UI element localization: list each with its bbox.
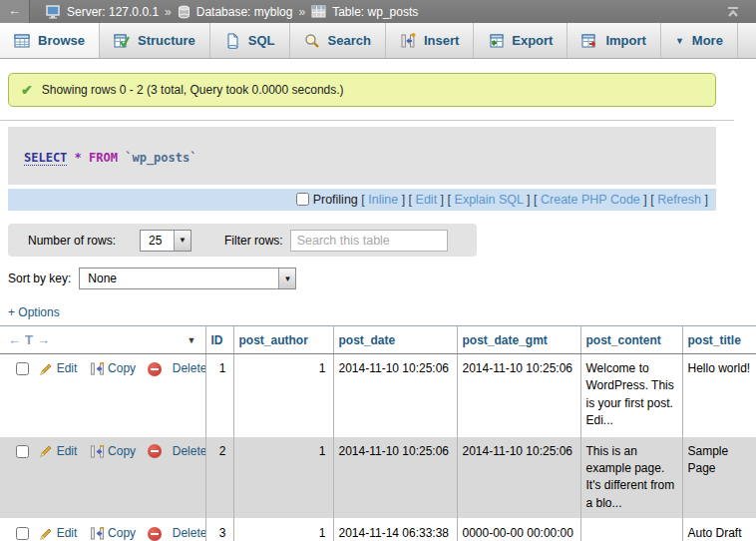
query-box: SELECT * FROM `wp_posts` Profiling [ Inl… xyxy=(8,127,716,211)
column-header-post-date[interactable]: post_date xyxy=(333,326,457,354)
tab-search[interactable]: Search xyxy=(290,23,386,58)
tab-label: Browse xyxy=(38,33,85,48)
select-arrow-icon: ▼ xyxy=(278,269,295,288)
pencil-icon[interactable] xyxy=(39,527,53,541)
copy-link[interactable]: Copy xyxy=(108,361,136,375)
cell-id: 2 xyxy=(205,436,233,519)
tab-label: Insert xyxy=(424,33,459,48)
column-actions-header[interactable]: ←T→ ▼ xyxy=(0,326,205,354)
tab-label: Structure xyxy=(138,33,195,48)
row-actions-cell: Edit Copy Delete xyxy=(0,436,205,519)
sort-key-value: None xyxy=(80,269,278,288)
bracket: ] xyxy=(527,193,530,207)
sql-keyword-select[interactable]: SELECT xyxy=(24,151,67,166)
refresh-link[interactable]: Refresh xyxy=(657,193,701,207)
column-header-post-content[interactable]: post_content xyxy=(580,326,682,354)
column-header-post-date-gmt[interactable]: post_date_gmt xyxy=(457,326,580,354)
column-marker-tee-icon[interactable]: T xyxy=(22,332,34,347)
delete-link[interactable]: Delete xyxy=(173,361,205,375)
tab-label: SQL xyxy=(248,33,275,48)
sort-arrow-icon[interactable]: ▼ xyxy=(188,335,196,345)
cell-post-author: 1 xyxy=(233,354,333,437)
cell-post-author: 1 xyxy=(233,519,333,541)
column-header-post-author[interactable]: post_author xyxy=(233,326,333,354)
breadcrumb-separator: » xyxy=(298,5,305,19)
pencil-icon[interactable] xyxy=(39,362,53,376)
column-marker-right-icon[interactable]: → xyxy=(34,332,51,347)
collapse-icon[interactable] xyxy=(726,5,740,18)
delete-link[interactable]: Delete xyxy=(173,444,205,458)
cell-post-title: Auto Draft xyxy=(682,519,756,541)
filter-label: Filter rows: xyxy=(224,234,283,248)
delete-link[interactable]: Delete xyxy=(173,526,205,540)
delete-icon[interactable] xyxy=(148,527,162,541)
edit-link[interactable]: Edit xyxy=(57,526,78,540)
edit-query-link[interactable]: Edit xyxy=(416,193,438,207)
rows-per-page-value: 25 xyxy=(141,231,174,251)
row-controls-bar: Number of rows: 25 ▼ Filter rows: xyxy=(8,224,477,257)
delete-icon[interactable] xyxy=(148,444,162,458)
bracket: [ xyxy=(534,193,537,207)
rows-per-page-select[interactable]: 25 ▼ xyxy=(140,230,191,252)
tab-import[interactable]: Import xyxy=(567,23,660,58)
table-row: Edit Copy Delete 3 1 2014-11-14 06:33:38… xyxy=(0,519,756,541)
tab-export[interactable]: Export xyxy=(474,23,567,58)
inline-link[interactable]: Inline xyxy=(368,193,398,207)
back-button[interactable]: ← xyxy=(0,0,30,23)
bracket: [ xyxy=(448,193,451,207)
column-marker-left-icon[interactable]: ← xyxy=(5,332,22,347)
copy-link[interactable]: Copy xyxy=(108,526,136,540)
import-icon xyxy=(581,33,597,49)
sql-star: * xyxy=(75,151,82,165)
query-options-bar: Profiling [ Inline ] [ Edit ] [ Explain … xyxy=(8,189,716,211)
tab-insert[interactable]: Insert xyxy=(386,23,474,58)
breadcrumb-server[interactable]: Server: 127.0.0.1 xyxy=(67,5,159,19)
breadcrumb-table[interactable]: Table: wp_posts xyxy=(332,5,418,19)
status-message-text: Showing rows 0 - 2 (3 total, Query took … xyxy=(42,83,344,97)
options-toggle[interactable]: + Options xyxy=(8,305,60,319)
copy-link[interactable]: Copy xyxy=(108,444,136,458)
row-select-checkbox[interactable] xyxy=(16,445,29,458)
sql-table-identifier: `wp_posts` xyxy=(125,151,196,165)
tab-structure[interactable]: Structure xyxy=(100,23,210,58)
browse-icon xyxy=(14,33,30,49)
sql-keyword-from: FROM xyxy=(89,151,118,165)
pencil-icon[interactable] xyxy=(39,444,53,458)
breadcrumb: Server: 127.0.0.1 » Database: myblog » T… xyxy=(46,5,418,19)
search-icon xyxy=(304,33,320,49)
edit-link[interactable]: Edit xyxy=(57,361,78,375)
row-select-checkbox[interactable] xyxy=(16,362,29,375)
cell-post-content xyxy=(580,519,682,541)
filter-input[interactable] xyxy=(290,230,448,252)
column-header-id[interactable]: ID xyxy=(205,326,233,354)
copy-icon[interactable] xyxy=(90,361,105,376)
edit-link[interactable]: Edit xyxy=(57,444,78,458)
profiling-label: Profiling xyxy=(313,193,358,207)
copy-icon[interactable] xyxy=(90,526,105,541)
table-icon xyxy=(311,5,326,19)
copy-icon[interactable] xyxy=(90,444,105,459)
profiling-checkbox[interactable] xyxy=(296,193,309,206)
cell-post-title: Hello world! xyxy=(682,354,756,437)
explain-sql-link[interactable]: Explain SQL xyxy=(455,193,524,207)
table-row: Edit Copy Delete 2 1 2014-11-10 10:25:06… xyxy=(0,436,756,519)
breadcrumb-database[interactable]: Database: myblog xyxy=(196,5,293,19)
sort-key-select[interactable]: None ▼ xyxy=(79,268,296,289)
column-header-post-title[interactable]: post_title xyxy=(682,326,756,354)
bracket: ] xyxy=(402,193,405,207)
tab-more[interactable]: ▼ More xyxy=(661,23,738,58)
cell-post-date-gmt: 2014-11-10 10:25:06 xyxy=(457,354,580,437)
tab-label: More xyxy=(692,33,723,48)
row-select-checkbox[interactable] xyxy=(16,527,29,540)
tab-label: Import xyxy=(605,33,645,48)
tab-browse[interactable]: Browse xyxy=(0,23,100,58)
create-php-code-link[interactable]: Create PHP Code xyxy=(541,193,640,207)
insert-icon xyxy=(400,33,416,49)
tab-sql[interactable]: SQL xyxy=(210,23,290,58)
delete-icon[interactable] xyxy=(148,362,162,376)
results-table: ←T→ ▼ ID post_author post_date post_date… xyxy=(0,325,756,541)
sort-label: Sort by key: xyxy=(8,271,71,285)
rows-label: Number of rows: xyxy=(28,234,116,248)
cell-post-title: Sample Page xyxy=(682,436,756,519)
cell-post-content: Welcome to WordPress. This is your first… xyxy=(580,354,682,437)
